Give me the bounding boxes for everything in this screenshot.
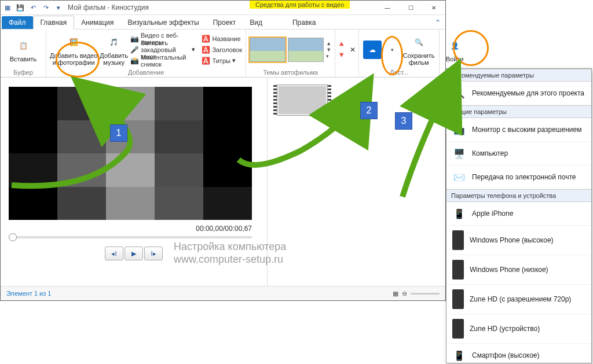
- timeline-pane[interactable]: [267, 78, 445, 286]
- dd-item-hd-monitor[interactable]: 📺Монитор с высоким разрешением: [446, 118, 591, 142]
- rotate-left-icon: 🔻: [336, 50, 346, 60]
- delete-button[interactable]: ✕: [348, 45, 357, 55]
- caption-icon: 🅰️: [201, 45, 210, 54]
- redo-icon[interactable]: ↷: [41, 3, 50, 12]
- timecode-label: 00:00,00/00:00,67: [9, 225, 252, 233]
- rotate-right-button[interactable]: 🔺: [336, 39, 346, 49]
- phone-icon: [452, 230, 464, 250]
- add-music-button[interactable]: 🎵 Добавить музыку: [100, 33, 128, 66]
- dd-item-smartphone-high[interactable]: 📱Смартфон (высокое): [446, 344, 591, 363]
- computer-monitor-icon: 🖥️: [452, 146, 466, 160]
- themes-down-icon[interactable]: ▼: [326, 47, 331, 53]
- share-more-button[interactable]: ▾: [385, 41, 400, 59]
- group-add-label: Добавление: [50, 68, 242, 77]
- titlebar: ▦ 💾 ↶ ↷ ▾ Мой фильм - Киностудия Средств…: [1, 1, 445, 15]
- tab-file[interactable]: Файл: [2, 16, 33, 29]
- themes-more-icon[interactable]: ▾: [326, 53, 331, 59]
- ribbon: 📋 Вставить Буфер 🖼️ Добавить видео и фот…: [1, 30, 445, 78]
- save-movie-icon: 🔍: [409, 33, 428, 52]
- group-share-label: Дост...: [363, 68, 435, 77]
- status-item-count: Элемент 1 из 1: [6, 290, 51, 297]
- app-window: ▦ 💾 ↶ ↷ ▾ Мой фильм - Киностудия Средств…: [0, 0, 446, 301]
- smartphone-icon: 📱: [452, 348, 466, 362]
- tab-project[interactable]: Проект: [206, 16, 243, 29]
- webcam-icon: 📷: [130, 34, 139, 43]
- save-icon[interactable]: 💾: [16, 3, 25, 12]
- iphone-icon: 📱: [452, 207, 466, 220]
- save-movie-dropdown: Рекомендуемые параметры 🔍Рекомендуемые д…: [446, 68, 592, 363]
- preview-pane: 00:00,00/00:00,67 ◂I ▶ I▸: [1, 78, 267, 286]
- timeline-clip[interactable]: [277, 84, 328, 116]
- dd-item-iphone[interactable]: 📱Apple iPhone: [446, 202, 591, 226]
- play-button[interactable]: ▶: [125, 247, 143, 260]
- tab-home[interactable]: Главная: [33, 16, 75, 30]
- dd-section-common: Общие параметры: [446, 105, 591, 118]
- zune-icon: [452, 289, 464, 309]
- delete-x-icon: ✕: [348, 45, 357, 54]
- dd-item-zune-720p[interactable]: Zune HD (с разрешением 720p): [446, 285, 591, 314]
- zune-icon: [452, 319, 464, 339]
- title-button[interactable]: 🅰️Название: [201, 34, 242, 44]
- tab-animation[interactable]: Анимация: [74, 16, 120, 29]
- phone-icon: [452, 260, 464, 280]
- caption-button[interactable]: 🅰️Заголовок: [201, 45, 242, 55]
- view-mode-icon[interactable]: ▦: [393, 290, 398, 297]
- contextual-tools-label: Средства для работы с видео: [250, 1, 350, 9]
- tab-view[interactable]: Вид: [243, 16, 269, 29]
- signin-button[interactable]: 👤 Войти: [443, 36, 466, 62]
- clipboard-icon: 📋: [14, 36, 32, 55]
- chevron-down-icon: ▾: [383, 41, 401, 59]
- undo-icon[interactable]: ↶: [28, 3, 38, 12]
- snapshot-icon: 📸: [130, 56, 139, 65]
- statusbar: Элемент 1 из 1 ▦ ⊖: [1, 286, 445, 300]
- preview-video[interactable]: [9, 87, 252, 220]
- dd-item-zune-device[interactable]: Zune HD (устройство): [446, 314, 591, 344]
- seek-thumb[interactable]: [9, 233, 17, 241]
- movie-reel-icon: 🔍: [452, 86, 466, 100]
- onedrive-icon: ☁︎: [363, 41, 382, 59]
- dd-item-recommended-project[interactable]: 🔍Рекомендуемые для этого проекта: [446, 82, 591, 105]
- dd-section-phone: Параметры телефона и устройства: [446, 189, 591, 202]
- seek-slider[interactable]: [9, 236, 252, 238]
- dd-item-wp-high[interactable]: Windows Phone (высокое): [446, 226, 591, 255]
- email-icon: ✉️: [452, 170, 466, 184]
- dd-item-wp-low[interactable]: Windows Phone (низкое): [446, 255, 591, 285]
- add-video-photo-button[interactable]: 🖼️ Добавить видео и фотографии: [50, 33, 97, 66]
- onedrive-button[interactable]: ☁︎: [363, 41, 382, 59]
- music-note-icon: 🎵: [105, 33, 123, 52]
- group-buffer-label: Буфер: [4, 68, 42, 77]
- zoom-slider[interactable]: [411, 293, 440, 295]
- save-movie-button[interactable]: 🔍 Сохранить фильм: [402, 33, 435, 66]
- app-icon: ▦: [3, 3, 12, 12]
- credits-icon: 🅰️: [201, 56, 210, 65]
- snapshot-button[interactable]: 📸Моментальный снимок: [130, 56, 196, 66]
- widescreen-icon: 📺: [452, 123, 466, 137]
- title-icon: 🅰️: [201, 34, 210, 43]
- user-icon: 👤: [445, 36, 464, 55]
- group-themes-label: Темы автофильма: [250, 68, 331, 77]
- themes-up-icon[interactable]: ▲: [326, 41, 331, 46]
- paste-button[interactable]: 📋 Вставить: [4, 36, 42, 62]
- rotate-right-icon: 🔺: [336, 39, 346, 49]
- dd-section-recommended: Рекомендуемые параметры: [446, 69, 591, 82]
- film-photo-icon: 🖼️: [64, 33, 83, 52]
- window-title: Мой фильм - Киностудия: [68, 3, 149, 12]
- dd-item-email[interactable]: ✉️Передача по электронной почте: [446, 166, 591, 189]
- theme-thumb-2[interactable]: [288, 38, 324, 62]
- maximize-button[interactable]: ☐: [399, 1, 422, 14]
- credits-button[interactable]: 🅰️Титры▾: [201, 56, 242, 66]
- next-frame-button[interactable]: I▸: [144, 247, 163, 260]
- theme-thumb-1[interactable]: [250, 38, 285, 62]
- minimize-button[interactable]: ―: [376, 1, 399, 14]
- ribbon-tabbar: Файл Главная Анимация Визуальные эффекты…: [1, 15, 445, 30]
- tab-effects[interactable]: Визуальные эффекты: [121, 16, 206, 29]
- zoom-out-button[interactable]: ⊖: [402, 290, 407, 297]
- microphone-icon: 🎤: [130, 45, 139, 54]
- rotate-left-button[interactable]: 🔻: [336, 50, 346, 60]
- dd-item-computer[interactable]: 🖥️Компьютер: [446, 142, 591, 166]
- prev-frame-button[interactable]: ◂I: [105, 247, 123, 260]
- tab-edit-contextual[interactable]: Правка: [285, 16, 323, 29]
- close-button[interactable]: ✕: [422, 1, 445, 14]
- qat-more-icon[interactable]: ▾: [54, 3, 63, 12]
- help-icon[interactable]: ⌃: [430, 16, 445, 29]
